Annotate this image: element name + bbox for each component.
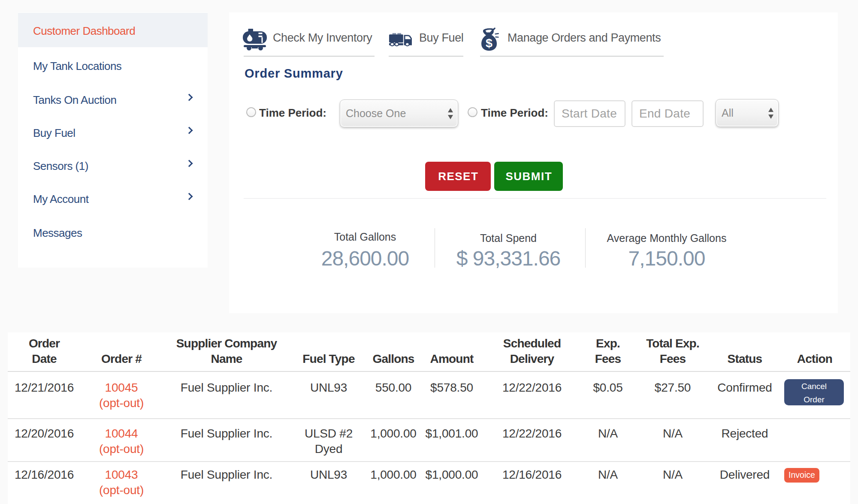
- svg-text:$: $: [486, 36, 492, 50]
